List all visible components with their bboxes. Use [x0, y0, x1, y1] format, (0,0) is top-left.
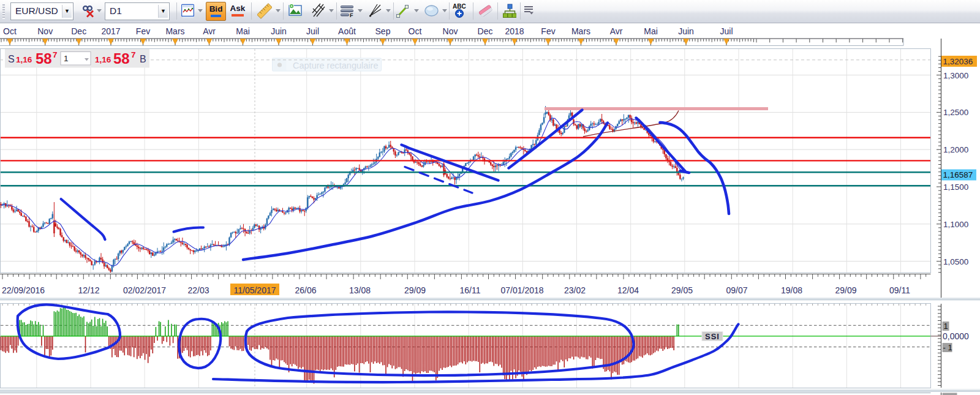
svg-text:07/01/2018: 07/01/2018: [500, 285, 543, 295]
svg-text:F: F: [350, 12, 353, 17]
svg-text:Août: Août: [338, 26, 356, 36]
svg-text:S: S: [8, 54, 15, 64]
svg-text:22/03: 22/03: [187, 285, 209, 295]
svg-text:11/05/2017: 11/05/2017: [233, 285, 276, 295]
svg-text:7: 7: [53, 50, 58, 59]
svg-text:29/09: 29/09: [835, 285, 856, 295]
svg-text:2017: 2017: [101, 26, 120, 36]
svg-text:12/04: 12/04: [617, 285, 639, 295]
svg-text:1,16587: 1,16587: [943, 170, 973, 179]
svg-text:Mars: Mars: [571, 26, 590, 36]
svg-text:Sep: Sep: [375, 26, 391, 36]
svg-text:Dec: Dec: [71, 26, 86, 36]
svg-text:Nov: Nov: [443, 26, 458, 36]
svg-text:1,1000: 1,1000: [943, 220, 968, 229]
svg-text:23/02: 23/02: [564, 285, 586, 295]
svg-text:Capture rectangulaire: Capture rectangulaire: [293, 61, 378, 70]
svg-text:22/09/2016: 22/09/2016: [2, 285, 45, 295]
svg-text:Oct: Oct: [409, 26, 422, 36]
svg-text:1,0500: 1,0500: [943, 257, 968, 266]
svg-text:09/07: 09/07: [726, 285, 747, 295]
svg-text:Mai: Mai: [236, 26, 250, 36]
svg-text:29/05: 29/05: [671, 285, 693, 295]
svg-text:Nov: Nov: [37, 26, 53, 36]
svg-text:Oct: Oct: [3, 26, 17, 36]
svg-text:02/02/2017: 02/02/2017: [123, 285, 166, 295]
svg-text:19/08: 19/08: [781, 285, 802, 295]
svg-text:Avr: Avr: [610, 26, 623, 36]
svg-text:58: 58: [113, 50, 130, 67]
svg-text:13/08: 13/08: [349, 285, 371, 295]
svg-text:Juil: Juil: [306, 26, 319, 36]
svg-text:- 1: - 1: [943, 343, 952, 352]
svg-text:Juin: Juin: [678, 26, 694, 36]
svg-text:Juin: Juin: [271, 26, 287, 36]
svg-text:0,0000: 0,0000: [943, 331, 969, 341]
svg-text:12/12: 12/12: [78, 285, 99, 295]
svg-text:ABC: ABC: [453, 3, 466, 10]
svg-text:2018: 2018: [505, 26, 524, 36]
svg-text:1,2000: 1,2000: [943, 145, 968, 154]
svg-text:09/11: 09/11: [889, 285, 910, 295]
svg-text:Mai: Mai: [644, 26, 658, 36]
svg-text:1,32036: 1,32036: [943, 57, 973, 66]
svg-text:SSI: SSI: [705, 332, 720, 341]
svg-text:1,1500: 1,1500: [943, 182, 968, 192]
svg-text:58: 58: [36, 50, 52, 67]
svg-text:29/09: 29/09: [404, 285, 426, 295]
svg-text:1: 1: [944, 322, 948, 331]
svg-text:Fev: Fev: [541, 26, 555, 36]
svg-text:Fev: Fev: [136, 26, 150, 36]
svg-text:1,16: 1,16: [95, 55, 111, 64]
svg-text:Avr: Avr: [203, 26, 216, 36]
svg-text:26/06: 26/06: [295, 285, 316, 295]
svg-text:1,16: 1,16: [16, 55, 32, 64]
svg-text:Dec: Dec: [478, 26, 493, 36]
svg-text:1: 1: [64, 54, 69, 63]
svg-text:1,2500: 1,2500: [943, 108, 968, 117]
svg-text:Mars: Mars: [165, 26, 184, 36]
svg-text:1,3000: 1,3000: [943, 71, 968, 80]
svg-text:16/11: 16/11: [460, 285, 481, 295]
svg-text:B: B: [140, 54, 146, 64]
svg-text:Juil: Juil: [720, 26, 733, 36]
svg-text:7: 7: [131, 50, 136, 59]
